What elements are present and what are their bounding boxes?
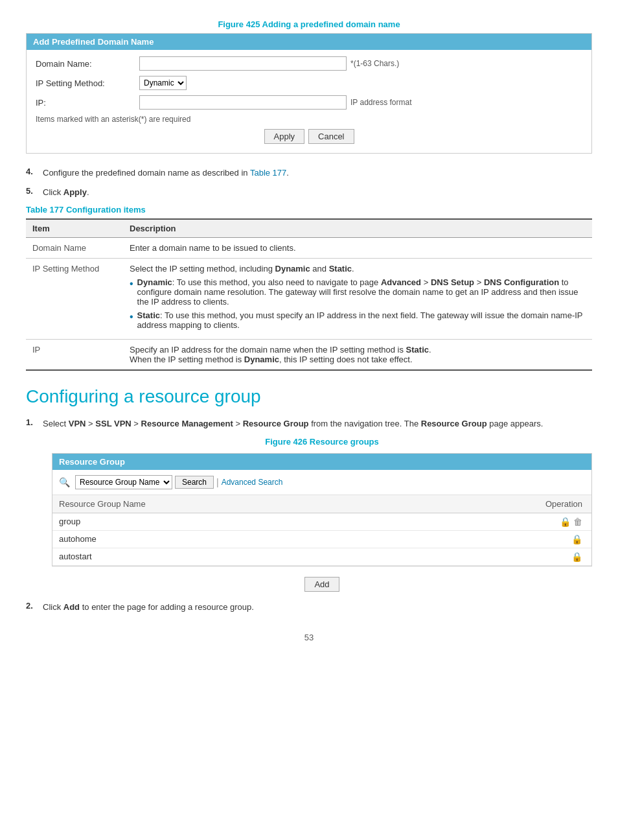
step-1: 1. Select VPN > SSL VPN > Resource Manag… xyxy=(26,417,592,430)
edit-icon[interactable]: 🔒 xyxy=(560,517,571,527)
ip-setting-method-label: IP Setting Method: xyxy=(36,78,139,88)
required-note: Items marked with an asterisk(*) are req… xyxy=(36,115,582,124)
item-ip-setting: IP Setting Method xyxy=(26,259,123,340)
cancel-button[interactable]: Cancel xyxy=(308,129,354,144)
search-button[interactable]: Search xyxy=(175,476,214,489)
step-4: 4. Configure the predefined domain name … xyxy=(26,167,592,180)
step-2: 2. Click Add to enter the page for addin… xyxy=(26,601,592,614)
advanced-search-link[interactable]: Advanced Search xyxy=(222,478,283,487)
table-row: IP Setting Method Select the IP setting … xyxy=(26,259,592,340)
domain-name-input[interactable] xyxy=(139,56,347,71)
group-name-group: group xyxy=(52,513,406,530)
edit-icon[interactable]: 🔒 xyxy=(571,552,582,562)
group-name-autostart: autostart xyxy=(52,548,406,565)
desc-ip: Specify an IP address for the domain nam… xyxy=(123,340,592,371)
figure-425-title: Figure 425 Adding a predefined domain na… xyxy=(26,19,592,29)
search-magnifier-icon: 🔍 xyxy=(59,477,70,487)
ip-setting-method-row: IP Setting Method: Dynamic Static xyxy=(36,76,582,90)
resource-table-header: Resource Group Name Operation xyxy=(52,495,591,513)
ip-hint: IP address format xyxy=(350,98,412,107)
form-buttons: Apply Cancel xyxy=(36,129,582,144)
ip-label: IP: xyxy=(36,98,139,108)
ip-setting-bullets: Dynamic: To use this method, you also ne… xyxy=(130,277,586,330)
add-button[interactable]: Add xyxy=(304,577,339,592)
desc-ip-setting: Select the IP setting method, including … xyxy=(123,259,592,340)
group-name-autohome: autohome xyxy=(52,530,406,548)
ip-setting-method-select[interactable]: Dynamic Static xyxy=(139,76,187,90)
add-btn-row: Add xyxy=(52,577,592,592)
bullet-dynamic: Dynamic: To use this method, you also ne… xyxy=(130,277,586,307)
add-predefined-domain-panel: Add Predefined Domain Name Domain Name: … xyxy=(26,33,592,154)
resource-table: Resource Group Name Operation group 🔒 🗑 xyxy=(52,495,591,566)
table177-section: Table 177 Configuration items Item Descr… xyxy=(26,205,592,371)
resource-panel-header: Resource Group xyxy=(52,454,591,470)
resource-panel-body: 🔍 Resource Group Name Search | Advanced … xyxy=(52,470,591,566)
resource-search-bar: 🔍 Resource Group Name Search | Advanced … xyxy=(52,470,591,495)
domain-name-row: Domain Name: *(1-63 Chars.) xyxy=(36,56,582,71)
col-resource-group-name: Resource Group Name xyxy=(52,495,406,513)
item-domain-name: Domain Name xyxy=(26,238,123,259)
ip-input[interactable] xyxy=(139,95,347,110)
page-number: 53 xyxy=(26,633,592,642)
ip-row: IP: IP address format xyxy=(36,95,582,110)
op-cell-autostart: 🔒 xyxy=(406,548,591,565)
bullet-static: Static: To use this method, you must spe… xyxy=(130,310,586,330)
table-row: group 🔒 🗑 xyxy=(52,513,591,530)
edit-icon[interactable]: 🔒 xyxy=(571,534,582,544)
step-5: 5. Click Apply. xyxy=(26,186,592,199)
table-row: autostart 🔒 xyxy=(52,548,591,565)
section-heading: Configuring a resource group xyxy=(26,386,592,407)
col-item: Item xyxy=(26,219,123,238)
figure-426-title: Figure 426 Resource groups xyxy=(52,437,592,447)
apply-reference: Apply xyxy=(63,187,87,197)
panel-header: Add Predefined Domain Name xyxy=(27,34,591,50)
desc-domain-name: Enter a domain name to be issued to clie… xyxy=(123,238,592,259)
apply-button[interactable]: Apply xyxy=(264,129,305,144)
resource-group-panel: Resource Group 🔍 Resource Group Name Sea… xyxy=(52,453,592,566)
figure-426-section: Figure 426 Resource groups Resource Grou… xyxy=(52,437,592,592)
panel-body: Domain Name: *(1-63 Chars.) IP Setting M… xyxy=(27,50,591,153)
resource-search-select[interactable]: Resource Group Name xyxy=(75,475,172,489)
item-ip: IP xyxy=(26,340,123,371)
table-row: Domain Name Enter a domain name to be is… xyxy=(26,238,592,259)
op-cell-autohome: 🔒 xyxy=(406,530,591,548)
domain-name-label: Domain Name: xyxy=(36,59,139,69)
config-table: Item Description Domain Name Enter a dom… xyxy=(26,218,592,371)
figure-425-section: Figure 425 Adding a predefined domain na… xyxy=(26,19,592,154)
op-cell-group: 🔒 🗑 xyxy=(406,513,591,530)
col-operation: Operation xyxy=(406,495,591,513)
table-row: IP Specify an IP address for the domain … xyxy=(26,340,592,371)
delete-icon[interactable]: 🗑 xyxy=(573,517,582,527)
col-desc: Description xyxy=(123,219,592,238)
table177-title: Table 177 Configuration items xyxy=(26,205,592,215)
separator: | xyxy=(216,477,219,487)
table-row: autohome 🔒 xyxy=(52,530,591,548)
table177-link[interactable]: Table 177 xyxy=(250,168,286,178)
domain-name-hint: *(1-63 Chars.) xyxy=(350,59,399,68)
